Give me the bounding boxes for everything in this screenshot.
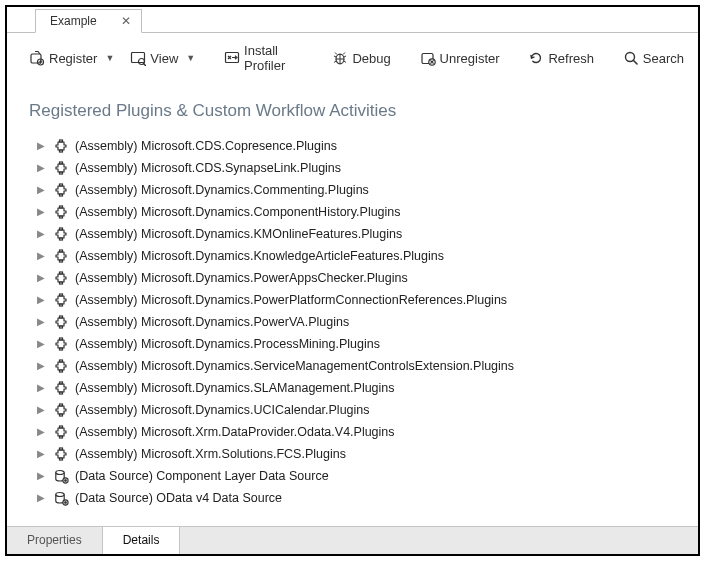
tree-item[interactable]: ▶(Assembly) Microsoft.Xrm.DataProvider.O… [37,421,688,443]
register-icon [29,50,45,66]
install-profiler-button[interactable]: Install Profiler [220,41,308,75]
plugin-icon [53,204,69,220]
debug-label: Debug [352,51,390,66]
tree-item[interactable]: ▶(Assembly) Microsoft.Dynamics.ServiceMa… [37,355,688,377]
tree-item[interactable]: ▶(Assembly) Microsoft.Dynamics.PowerVA.P… [37,311,688,333]
datasource-icon [53,468,69,484]
tree-item-label: (Assembly) Microsoft.Dynamics.ComponentH… [75,203,401,221]
tree-item-label: (Assembly) Microsoft.Dynamics.ServiceMan… [75,357,514,375]
tree-item[interactable]: ▶(Assembly) Microsoft.Dynamics.KMOnlineF… [37,223,688,245]
expand-icon[interactable]: ▶ [37,203,47,221]
tree-item-label: (Assembly) Microsoft.Dynamics.KnowledgeA… [75,247,444,265]
tree-item-label: (Assembly) Microsoft.Dynamics.PowerAppsC… [75,269,408,287]
plugin-icon [53,292,69,308]
tree-item-label: (Assembly) Microsoft.Dynamics.ProcessMin… [75,335,380,353]
tree-item-label: (Data Source) Component Layer Data Sourc… [75,467,329,485]
tree-item[interactable]: ▶(Assembly) Microsoft.Dynamics.PowerPlat… [37,289,688,311]
expand-icon[interactable]: ▶ [37,313,47,331]
tree-item-label: (Assembly) Microsoft.Dynamics.SLAManagem… [75,379,395,397]
tree-item[interactable]: ▶(Assembly) Microsoft.Dynamics.UCICalend… [37,399,688,421]
view-icon [130,50,146,66]
chevron-down-icon[interactable]: ▼ [105,53,114,63]
tree-item[interactable]: ▶(Assembly) Microsoft.Xrm.Solutions.FCS.… [37,443,688,465]
window-frame: Example ✕ Register ▼ View ▼ Install Prof… [5,5,700,556]
tree-item-label: (Assembly) Microsoft.Xrm.Solutions.FCS.P… [75,445,346,463]
plugin-icon [53,446,69,462]
plugin-icon [53,424,69,440]
install-profiler-icon [224,50,240,66]
tree-item-label: (Data Source) OData v4 Data Source [75,489,282,507]
unregister-button[interactable]: Unregister [416,48,504,68]
plugin-icon [53,226,69,242]
document-tab[interactable]: Example ✕ [35,9,142,33]
section-heading: Registered Plugins & Custom Workflow Act… [7,83,698,135]
expand-icon[interactable]: ▶ [37,467,47,485]
tree-item[interactable]: ▶(Assembly) Microsoft.Dynamics.PowerApps… [37,267,688,289]
expand-icon[interactable]: ▶ [37,401,47,419]
tree-item[interactable]: ▶(Assembly) Microsoft.Dynamics.Commentin… [37,179,688,201]
expand-icon[interactable]: ▶ [37,159,47,177]
bottom-tabstrip: Properties Details [7,526,698,554]
plugin-icon [53,336,69,352]
expand-icon[interactable]: ▶ [37,181,47,199]
search-label: Search [643,51,684,66]
plugin-icon [53,160,69,176]
tree-item-label: (Assembly) Microsoft.Xrm.DataProvider.Od… [75,423,395,441]
plugin-icon [53,248,69,264]
plugin-icon [53,270,69,286]
unregister-icon [420,50,436,66]
document-tab-title: Example [50,14,97,28]
chevron-down-icon[interactable]: ▼ [186,53,195,63]
expand-icon[interactable]: ▶ [37,423,47,441]
tree-item-label: (Assembly) Microsoft.Dynamics.PowerVA.Pl… [75,313,349,331]
expand-icon[interactable]: ▶ [37,137,47,155]
tree-item[interactable]: ▶(Assembly) Microsoft.Dynamics.Component… [37,201,688,223]
refresh-icon [528,50,544,66]
tab-properties[interactable]: Properties [7,527,103,554]
refresh-label: Refresh [548,51,594,66]
tree-item-label: (Assembly) Microsoft.Dynamics.KMOnlineFe… [75,225,402,243]
install-profiler-label: Install Profiler [244,43,304,73]
expand-icon[interactable]: ▶ [37,247,47,265]
plugin-icon [53,358,69,374]
unregister-label: Unregister [440,51,500,66]
close-tab-icon[interactable]: ✕ [121,14,131,28]
tree-item[interactable]: ▶(Assembly) Microsoft.CDS.Copresence.Plu… [37,135,688,157]
debug-button[interactable]: Debug [328,48,394,68]
plugin-icon [53,402,69,418]
register-label: Register [49,51,97,66]
expand-icon[interactable]: ▶ [37,269,47,287]
search-icon [623,50,639,66]
tree-item[interactable]: ▶(Assembly) Microsoft.Dynamics.SLAManage… [37,377,688,399]
tree-item[interactable]: ▶(Data Source) OData v4 Data Source [37,487,688,509]
expand-icon[interactable]: ▶ [37,291,47,309]
register-button[interactable]: Register ▼ [25,48,118,68]
tree-item-label: (Assembly) Microsoft.CDS.SynapseLink.Plu… [75,159,341,177]
plugin-icon [53,138,69,154]
search-button[interactable]: Search [619,48,688,68]
plugin-tree: ▶(Assembly) Microsoft.CDS.Copresence.Plu… [7,135,698,526]
tab-details[interactable]: Details [103,527,181,554]
plugin-icon [53,380,69,396]
expand-icon[interactable]: ▶ [37,335,47,353]
document-tabstrip: Example ✕ [7,7,698,33]
tree-item[interactable]: ▶(Assembly) Microsoft.Dynamics.Knowledge… [37,245,688,267]
expand-icon[interactable]: ▶ [37,379,47,397]
expand-icon[interactable]: ▶ [37,357,47,375]
tree-item[interactable]: ▶(Assembly) Microsoft.Dynamics.ProcessMi… [37,333,688,355]
tree-item-label: (Assembly) Microsoft.Dynamics.PowerPlatf… [75,291,507,309]
debug-icon [332,50,348,66]
expand-icon[interactable]: ▶ [37,445,47,463]
expand-icon[interactable]: ▶ [37,225,47,243]
tree-item-label: (Assembly) Microsoft.Dynamics.UCICalenda… [75,401,370,419]
tree-item-label: (Assembly) Microsoft.Dynamics.Commenting… [75,181,369,199]
refresh-button[interactable]: Refresh [524,48,598,68]
tree-item[interactable]: ▶(Assembly) Microsoft.CDS.SynapseLink.Pl… [37,157,688,179]
datasource-icon [53,490,69,506]
tree-item-label: (Assembly) Microsoft.CDS.Copresence.Plug… [75,137,337,155]
tree-item[interactable]: ▶(Data Source) Component Layer Data Sour… [37,465,688,487]
view-button[interactable]: View ▼ [126,48,199,68]
expand-icon[interactable]: ▶ [37,489,47,507]
plugin-icon [53,314,69,330]
view-label: View [150,51,178,66]
